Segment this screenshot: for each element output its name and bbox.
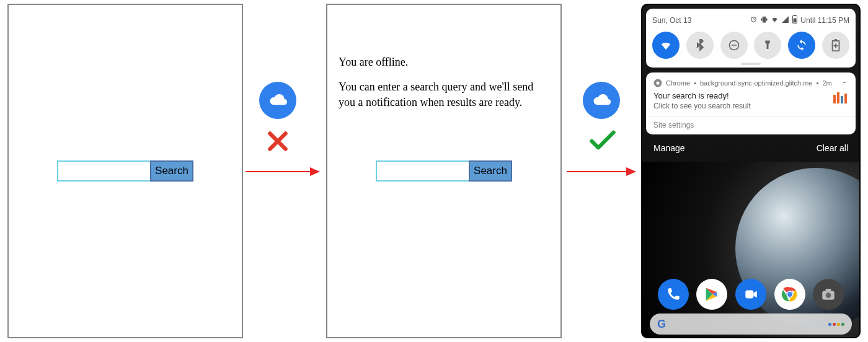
notification-source: background-sync-optimized.glitch.me xyxy=(700,79,813,87)
home-wallpaper: G xyxy=(642,162,859,337)
dock-camera-icon[interactable] xyxy=(813,279,844,310)
status-date: Sun, Oct 13 xyxy=(652,16,691,25)
dock-chrome-icon[interactable] xyxy=(774,279,805,310)
notification-title: Your search is ready! xyxy=(653,91,751,100)
dock xyxy=(642,279,859,310)
alarm-icon xyxy=(750,15,758,25)
svg-point-18 xyxy=(826,292,831,298)
svg-rect-12 xyxy=(844,94,847,103)
manage-button[interactable]: Manage xyxy=(653,143,685,153)
google-search-bar[interactable]: G xyxy=(650,314,852,335)
svg-rect-10 xyxy=(837,92,839,103)
signal-icon xyxy=(781,15,789,25)
search-button[interactable]: Search xyxy=(469,160,512,182)
search-button[interactable]: Search xyxy=(150,160,193,182)
notification-meta: Chrome • background-sync-optimized.glitc… xyxy=(653,79,848,87)
cloud-icon xyxy=(583,82,620,119)
search-input[interactable] xyxy=(376,160,469,182)
qs-flashlight[interactable] xyxy=(754,32,781,59)
assistant-icon[interactable] xyxy=(828,323,844,326)
battery-icon xyxy=(792,15,798,25)
notification-age: 2m xyxy=(822,79,831,87)
qs-battery-saver[interactable] xyxy=(822,32,849,59)
notification-card[interactable]: Chrome • background-sync-optimized.glitc… xyxy=(646,72,856,134)
qs-wifi[interactable] xyxy=(652,32,680,59)
svg-rect-11 xyxy=(841,96,843,103)
status-bar: Sun, Oct 13 xyxy=(652,15,849,25)
svg-rect-1 xyxy=(794,15,796,15)
dock-play-icon[interactable] xyxy=(696,279,727,310)
dock-phone-icon[interactable] xyxy=(658,279,689,310)
chevron-up-icon[interactable] xyxy=(841,79,848,87)
panel-initial: Search xyxy=(7,4,243,338)
offline-heading: You are offline. xyxy=(339,55,549,69)
chrome-icon xyxy=(653,79,662,87)
status-right: Until 11:15 PM xyxy=(750,15,849,25)
svg-rect-9 xyxy=(833,95,836,103)
divider xyxy=(646,116,856,117)
qs-rotate[interactable] xyxy=(788,32,815,59)
cloud-icon xyxy=(259,82,296,119)
qs-dnd[interactable] xyxy=(720,32,748,59)
clear-all-button[interactable]: Clear all xyxy=(817,143,848,153)
svg-rect-19 xyxy=(826,289,831,291)
site-settings-link[interactable]: Site settings xyxy=(653,121,848,129)
notification-text: Click to see you search result xyxy=(653,102,751,110)
wifi-icon xyxy=(771,15,779,25)
notification-shade: Sun, Oct 13 xyxy=(646,9,856,68)
svg-point-8 xyxy=(656,81,659,84)
dock-duo-icon[interactable] xyxy=(735,279,766,310)
search-form: Search xyxy=(57,160,193,182)
svg-rect-6 xyxy=(835,39,837,41)
search-form: Search xyxy=(376,160,512,182)
google-logo-icon: G xyxy=(657,318,666,331)
panel-offline: You are offline. You can enter a search … xyxy=(326,4,562,338)
shade-handle-icon[interactable] xyxy=(741,63,761,65)
svg-rect-2 xyxy=(794,19,797,23)
arrow-icon xyxy=(567,171,635,172)
offline-text: You can enter a search query and we'll s… xyxy=(339,79,549,110)
qs-bluetooth[interactable] xyxy=(686,32,714,59)
search-input[interactable] xyxy=(57,160,150,182)
status-until: Until 11:15 PM xyxy=(800,16,849,25)
shade-actions: Manage Clear all xyxy=(642,134,859,162)
panel-phone: Sun, Oct 13 xyxy=(641,4,861,338)
notification-app: Chrome xyxy=(666,79,690,87)
offline-cross-icon xyxy=(264,128,291,155)
offline-message: You are offline. You can enter a search … xyxy=(339,55,549,120)
site-icon xyxy=(832,91,848,107)
quick-settings-row xyxy=(652,32,849,59)
online-check-icon xyxy=(589,126,616,154)
vibrate-icon xyxy=(760,15,768,25)
phone-screen: Sun, Oct 13 xyxy=(642,5,859,337)
svg-rect-13 xyxy=(745,291,753,299)
arrow-icon xyxy=(246,171,319,172)
